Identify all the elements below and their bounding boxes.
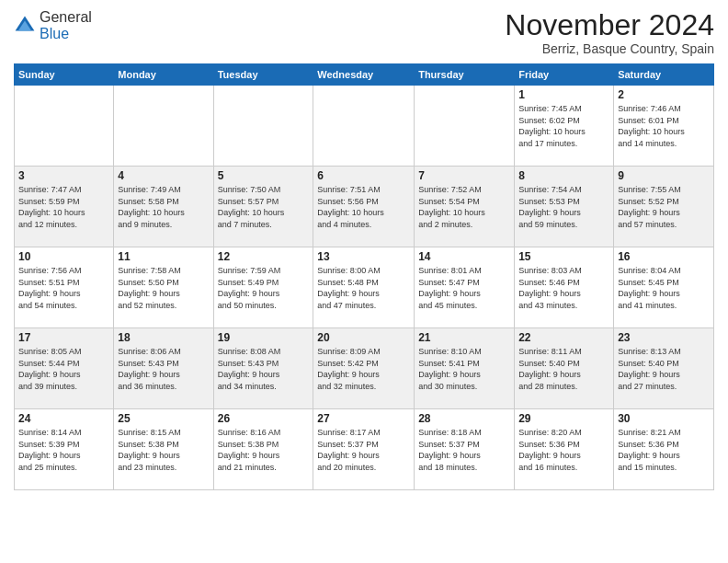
day-number: 26 (218, 412, 310, 425)
header-monday: Monday (114, 64, 213, 86)
day-info: Sunrise: 7:59 AM Sunset: 5:49 PM Dayligh… (218, 265, 310, 311)
day-number: 9 (618, 169, 710, 182)
title-block: November 2024 Berriz, Basque Country, Sp… (505, 9, 714, 56)
calendar-cell: 20Sunrise: 8:09 AM Sunset: 5:42 PM Dayli… (313, 328, 415, 409)
day-number: 8 (518, 169, 609, 182)
day-number: 1 (518, 88, 609, 101)
calendar-cell: 21Sunrise: 8:10 AM Sunset: 5:41 PM Dayli… (415, 328, 515, 409)
logo-text: General Blue (40, 9, 92, 42)
calendar-cell (313, 86, 415, 167)
calendar-cell: 28Sunrise: 8:18 AM Sunset: 5:37 PM Dayli… (415, 409, 515, 490)
day-number: 23 (618, 331, 710, 344)
day-number: 7 (418, 169, 510, 182)
calendar-week-2: 10Sunrise: 7:56 AM Sunset: 5:51 PM Dayli… (15, 247, 714, 328)
day-info: Sunrise: 7:55 AM Sunset: 5:52 PM Dayligh… (618, 184, 710, 230)
calendar-cell (213, 86, 313, 167)
day-info: Sunrise: 8:13 AM Sunset: 5:40 PM Dayligh… (618, 346, 710, 392)
header-friday: Friday (515, 64, 614, 86)
calendar-table: Sunday Monday Tuesday Wednesday Thursday… (14, 63, 714, 490)
header-saturday: Saturday (614, 64, 714, 86)
calendar-cell: 13Sunrise: 8:00 AM Sunset: 5:48 PM Dayli… (313, 247, 415, 328)
header-thursday: Thursday (415, 64, 515, 86)
day-number: 14 (418, 250, 510, 263)
calendar-cell (415, 86, 515, 167)
day-info: Sunrise: 8:04 AM Sunset: 5:45 PM Dayligh… (618, 265, 710, 311)
calendar-cell: 24Sunrise: 8:14 AM Sunset: 5:39 PM Dayli… (15, 409, 114, 490)
day-info: Sunrise: 7:51 AM Sunset: 5:56 PM Dayligh… (317, 184, 410, 230)
calendar-cell: 2Sunrise: 7:46 AM Sunset: 6:01 PM Daylig… (614, 86, 714, 167)
calendar-cell: 1Sunrise: 7:45 AM Sunset: 6:02 PM Daylig… (515, 86, 614, 167)
day-number: 19 (218, 331, 310, 344)
location: Berriz, Basque Country, Spain (505, 41, 714, 56)
calendar-cell: 25Sunrise: 8:15 AM Sunset: 5:38 PM Dayli… (114, 409, 213, 490)
calendar-cell: 4Sunrise: 7:49 AM Sunset: 5:58 PM Daylig… (114, 167, 213, 247)
logo-blue: Blue (40, 26, 69, 41)
day-number: 30 (618, 412, 710, 425)
header-sunday: Sunday (15, 64, 114, 86)
day-info: Sunrise: 7:52 AM Sunset: 5:54 PM Dayligh… (418, 184, 510, 230)
day-number: 21 (418, 331, 510, 344)
day-info: Sunrise: 8:11 AM Sunset: 5:40 PM Dayligh… (518, 346, 609, 392)
calendar-cell: 9Sunrise: 7:55 AM Sunset: 5:52 PM Daylig… (614, 167, 714, 247)
day-number: 17 (18, 331, 109, 344)
header-wednesday: Wednesday (313, 64, 415, 86)
day-number: 2 (618, 88, 710, 101)
day-info: Sunrise: 8:16 AM Sunset: 5:38 PM Dayligh… (218, 427, 310, 473)
month-title: November 2024 (505, 9, 714, 41)
day-number: 12 (218, 250, 310, 263)
calendar-cell: 11Sunrise: 7:58 AM Sunset: 5:50 PM Dayli… (114, 247, 213, 328)
calendar-cell (114, 86, 213, 167)
day-info: Sunrise: 8:03 AM Sunset: 5:46 PM Dayligh… (518, 265, 609, 311)
day-number: 27 (317, 412, 410, 425)
day-info: Sunrise: 8:21 AM Sunset: 5:36 PM Dayligh… (618, 427, 710, 473)
day-number: 15 (518, 250, 609, 263)
day-info: Sunrise: 7:49 AM Sunset: 5:58 PM Dayligh… (118, 184, 209, 230)
calendar-cell: 5Sunrise: 7:50 AM Sunset: 5:57 PM Daylig… (213, 167, 313, 247)
logo: General Blue (14, 9, 92, 42)
calendar-cell: 23Sunrise: 8:13 AM Sunset: 5:40 PM Dayli… (614, 328, 714, 409)
day-info: Sunrise: 7:50 AM Sunset: 5:57 PM Dayligh… (218, 184, 310, 230)
day-number: 6 (317, 169, 410, 182)
calendar-week-0: 1Sunrise: 7:45 AM Sunset: 6:02 PM Daylig… (15, 86, 714, 167)
day-info: Sunrise: 8:00 AM Sunset: 5:48 PM Dayligh… (317, 265, 410, 311)
day-info: Sunrise: 8:08 AM Sunset: 5:43 PM Dayligh… (218, 346, 310, 392)
calendar-cell: 6Sunrise: 7:51 AM Sunset: 5:56 PM Daylig… (313, 167, 415, 247)
day-number: 25 (118, 412, 209, 425)
day-number: 5 (218, 169, 310, 182)
day-number: 10 (18, 250, 109, 263)
calendar-week-3: 17Sunrise: 8:05 AM Sunset: 5:44 PM Dayli… (15, 328, 714, 409)
day-info: Sunrise: 8:01 AM Sunset: 5:47 PM Dayligh… (418, 265, 510, 311)
day-number: 3 (18, 169, 109, 182)
calendar-cell: 12Sunrise: 7:59 AM Sunset: 5:49 PM Dayli… (213, 247, 313, 328)
day-info: Sunrise: 7:58 AM Sunset: 5:50 PM Dayligh… (118, 265, 209, 311)
day-number: 20 (317, 331, 410, 344)
day-info: Sunrise: 8:17 AM Sunset: 5:37 PM Dayligh… (317, 427, 410, 473)
calendar-week-4: 24Sunrise: 8:14 AM Sunset: 5:39 PM Dayli… (15, 409, 714, 490)
day-number: 24 (18, 412, 109, 425)
calendar-cell: 8Sunrise: 7:54 AM Sunset: 5:53 PM Daylig… (515, 167, 614, 247)
day-info: Sunrise: 7:45 AM Sunset: 6:02 PM Dayligh… (518, 103, 609, 149)
calendar-cell (15, 86, 114, 167)
calendar-cell: 7Sunrise: 7:52 AM Sunset: 5:54 PM Daylig… (415, 167, 515, 247)
calendar-cell: 10Sunrise: 7:56 AM Sunset: 5:51 PM Dayli… (15, 247, 114, 328)
calendar-cell: 26Sunrise: 8:16 AM Sunset: 5:38 PM Dayli… (213, 409, 313, 490)
calendar-cell: 14Sunrise: 8:01 AM Sunset: 5:47 PM Dayli… (415, 247, 515, 328)
calendar-header-row: Sunday Monday Tuesday Wednesday Thursday… (15, 64, 714, 86)
calendar-cell: 3Sunrise: 7:47 AM Sunset: 5:59 PM Daylig… (15, 167, 114, 247)
day-number: 18 (118, 331, 209, 344)
day-info: Sunrise: 8:06 AM Sunset: 5:43 PM Dayligh… (118, 346, 209, 392)
day-info: Sunrise: 7:54 AM Sunset: 5:53 PM Dayligh… (518, 184, 609, 230)
day-number: 29 (518, 412, 609, 425)
logo-icon (14, 15, 36, 37)
day-number: 22 (518, 331, 609, 344)
calendar-cell: 19Sunrise: 8:08 AM Sunset: 5:43 PM Dayli… (213, 328, 313, 409)
page: General Blue November 2024 Berriz, Basqu… (0, 0, 728, 563)
day-info: Sunrise: 8:10 AM Sunset: 5:41 PM Dayligh… (418, 346, 510, 392)
calendar-cell: 18Sunrise: 8:06 AM Sunset: 5:43 PM Dayli… (114, 328, 213, 409)
day-info: Sunrise: 8:15 AM Sunset: 5:38 PM Dayligh… (118, 427, 209, 473)
day-info: Sunrise: 8:18 AM Sunset: 5:37 PM Dayligh… (418, 427, 510, 473)
day-info: Sunrise: 8:14 AM Sunset: 5:39 PM Dayligh… (18, 427, 109, 473)
day-number: 28 (418, 412, 510, 425)
day-info: Sunrise: 7:46 AM Sunset: 6:01 PM Dayligh… (618, 103, 710, 149)
calendar-cell: 22Sunrise: 8:11 AM Sunset: 5:40 PM Dayli… (515, 328, 614, 409)
